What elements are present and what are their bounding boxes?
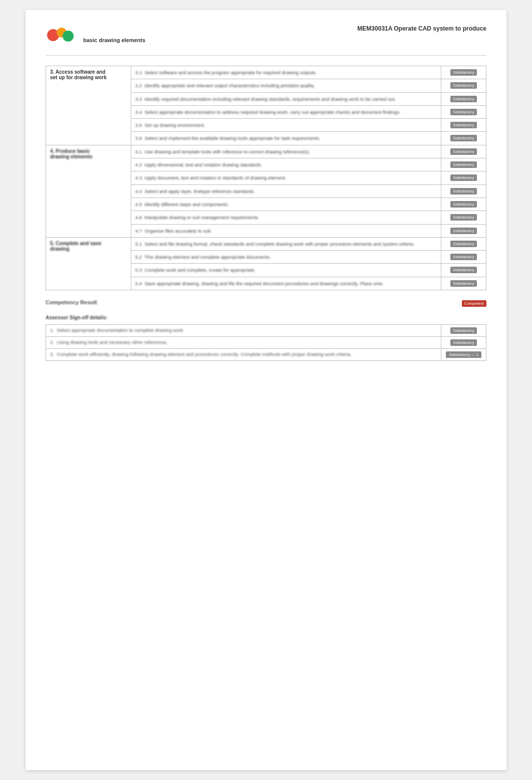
- section-3-label: 3. Access software andset up for drawing…: [46, 66, 131, 145]
- criteria-4-7: 4.7 Organise files accurately to suit.: [131, 224, 441, 237]
- criteria-4-3: 4.3 Apply document, text and notation in…: [131, 171, 441, 184]
- company-logo: [46, 25, 76, 50]
- criteria-5-3: 5.3 Complete work and complete, create f…: [131, 264, 441, 277]
- header-subtitle: basic drawing elements: [83, 37, 145, 43]
- badge-4-5: Satisfactory: [441, 198, 486, 211]
- assessor-criteria-3: 3. Complete work efficiently, drawing fo…: [46, 349, 441, 361]
- competency-result-label: Competency Result: [46, 299, 97, 305]
- criteria-4-2: 4.2 Apply dimensional, text and notation…: [131, 158, 441, 171]
- criteria-4-5: 4.5 Identify different steps and compone…: [131, 198, 441, 211]
- badge-5-1: Satisfactory: [441, 237, 486, 250]
- badge-3-3: Satisfactory: [441, 92, 486, 105]
- badge-3-5: Satisfactory: [441, 119, 486, 132]
- assessor-row-2: 2. Using drawing tools and necessary oth…: [46, 337, 486, 349]
- badge-3-6: Satisfactory: [441, 132, 486, 145]
- badge-5-3: Satisfactory: [441, 264, 486, 277]
- table-row: 5. Complete and savedrawing 5.1 Select a…: [46, 237, 486, 250]
- assessor-criteria-1: 1. Select appropriate documentation to c…: [46, 325, 441, 337]
- criteria-5-4: 5.4 Save appropriate drawing, drawing an…: [131, 277, 441, 290]
- criteria-3-3: 3.3 Identify required documentation incl…: [131, 92, 441, 105]
- criteria-3-1: 3.1 Select software and access the progr…: [131, 66, 441, 79]
- assessor-row-1: 1. Select appropriate documentation to c…: [46, 325, 486, 337]
- criteria-table: 3. Access software andset up for drawing…: [46, 66, 486, 290]
- document-page: basic drawing elements MEM30031A Operate…: [26, 10, 506, 770]
- criteria-3-4: 3.4 Select appropriate documentation to …: [131, 105, 441, 118]
- criteria-5-2: 5.2 This drawing element and complete ap…: [131, 251, 441, 264]
- badge-4-6: Satisfactory: [441, 211, 486, 224]
- assessor-criteria-2: 2. Using drawing tools and necessary oth…: [46, 337, 441, 349]
- badge-3-2: Satisfactory: [441, 79, 486, 92]
- criteria-3-5: 3.5 Set up drawing environment.: [131, 119, 441, 132]
- badge-4-3: Satisfactory: [441, 171, 486, 184]
- badge-5-4: Satisfactory: [441, 277, 486, 290]
- criteria-3-6: 3.6 Select and implement the available d…: [131, 132, 441, 145]
- assessor-section-label: Assessor Sign-off details:: [46, 315, 486, 320]
- assessor-badge-1: Satisfactory: [441, 325, 486, 337]
- badge-4-4: Satisfactory: [441, 184, 486, 198]
- badge-3-1: Satisfactory: [441, 66, 486, 79]
- table-row: 4. Produce basicdrawing elements 4.1 Use…: [46, 145, 486, 158]
- section-4-label: 4. Produce basicdrawing elements: [46, 145, 131, 237]
- table-row: 3. Access software andset up for drawing…: [46, 66, 486, 79]
- section-5-label: 5. Complete and savedrawing: [46, 237, 131, 290]
- criteria-4-4: 4.4 Select and apply layer, linetype ref…: [131, 184, 441, 198]
- assessor-badge-2: Satisfactory: [441, 337, 486, 349]
- assessor-table: 1. Select appropriate documentation to c…: [46, 324, 486, 361]
- document-header: basic drawing elements MEM30031A Operate…: [46, 25, 486, 56]
- competency-result-badge: Competent: [462, 300, 486, 307]
- criteria-4-6: 4.6 Manipulate drawing to suit managemen…: [131, 211, 441, 224]
- criteria-3-2: 3.2 Identify appropriate and relevant ou…: [131, 79, 441, 92]
- svg-point-2: [63, 31, 74, 42]
- assessor-row-3: 3. Complete work efficiently, drawing fo…: [46, 349, 486, 361]
- badge-5-2: Satisfactory: [441, 251, 486, 264]
- header-left: basic drawing elements: [46, 25, 145, 50]
- badge-4-7: Satisfactory: [441, 224, 486, 237]
- header-title: MEM30031A Operate CAD system to produce: [357, 25, 486, 32]
- badge-4-2: Satisfactory: [441, 158, 486, 171]
- criteria-5-1: 5.1 Select and file drawing format, chec…: [131, 237, 441, 250]
- badge-3-4: Satisfactory: [441, 105, 486, 118]
- assessor-section: Assessor Sign-off details: 1. Select app…: [46, 315, 486, 361]
- criteria-4-1: 4.1 Use drawing and template tools with …: [131, 145, 441, 158]
- badge-4-1: Satisfactory: [441, 145, 486, 158]
- assessor-badge-3: Satisfactory — 1: [441, 349, 486, 361]
